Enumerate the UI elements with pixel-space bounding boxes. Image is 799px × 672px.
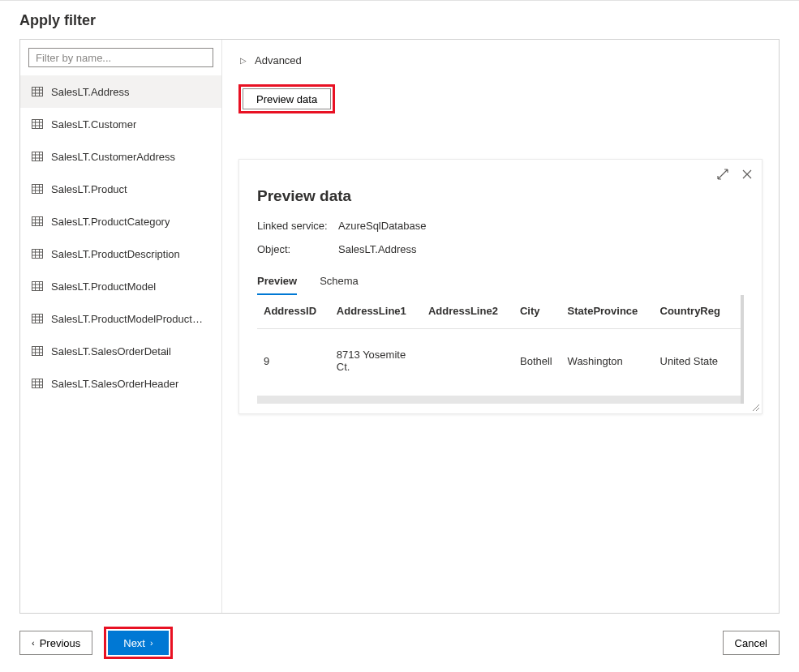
meta-label: Linked service: (257, 220, 338, 232)
column-header[interactable]: StateProvince (568, 295, 660, 329)
table-row: 98713 Yosemite Ct.BothellWashingtonUnite… (257, 329, 741, 393)
table-icon (32, 281, 43, 291)
chevron-right-icon: ▷ (240, 56, 247, 65)
chevron-right-icon: › (150, 638, 153, 648)
table-cell: United State (660, 329, 741, 393)
table-cell: 8713 Yosemite Ct. (337, 329, 428, 393)
list-item-label: SalesLT.Address (51, 86, 130, 98)
svg-rect-4 (32, 217, 43, 226)
meta-value: SalesLT.Address (338, 243, 417, 255)
table-icon (32, 314, 43, 323)
table-icon (32, 379, 43, 388)
table-list: SalesLT.AddressSalesLT.CustomerSalesLT.C… (20, 72, 221, 400)
column-header[interactable]: AddressLine1 (337, 295, 428, 329)
list-item-label: SalesLT.ProductModel (51, 280, 156, 293)
list-item[interactable]: SalesLT.Product (20, 173, 221, 205)
list-item[interactable]: SalesLT.ProductDescription (20, 238, 221, 270)
meta-value: AzureSqlDatabase (338, 220, 426, 232)
list-item[interactable]: SalesLT.Customer (20, 108, 221, 140)
preview-button-highlight: Preview data (238, 84, 335, 113)
list-item-label: SalesLT.ProductDescription (51, 248, 180, 260)
previous-button[interactable]: ‹ Previous (19, 631, 92, 655)
table-cell: Bothell (520, 329, 568, 393)
svg-rect-5 (32, 250, 43, 259)
footer: ‹ Previous Next › Cancel (0, 627, 799, 672)
meta-row: Linked service:AzureSqlDatabase (257, 220, 744, 232)
list-item[interactable]: SalesLT.ProductModel (20, 270, 221, 302)
column-header[interactable]: AddressLine2 (428, 295, 520, 329)
table-icon (32, 152, 43, 161)
list-item[interactable]: SalesLT.SalesOrderHeader (20, 367, 221, 400)
svg-rect-3 (32, 185, 43, 194)
table-icon (32, 119, 43, 129)
table-cell: Washington (568, 329, 660, 393)
list-item-label: SalesLT.CustomerAddress (51, 151, 175, 163)
cancel-button[interactable]: Cancel (723, 631, 780, 655)
svg-rect-6 (32, 282, 43, 291)
table-icon (32, 216, 43, 226)
list-item[interactable]: SalesLT.ProductCategory (20, 205, 221, 238)
svg-rect-2 (32, 152, 43, 161)
list-item-label: SalesLT.SalesOrderHeader (51, 378, 178, 390)
list-item-label: SalesLT.ProductCategory (51, 216, 170, 228)
sidebar: SalesLT.AddressSalesLT.CustomerSalesLT.C… (20, 40, 222, 613)
chevron-left-icon: ‹ (32, 638, 35, 648)
table-cell (428, 329, 520, 393)
page-title: Apply filter (19, 12, 780, 29)
tab-strip: PreviewSchema (257, 270, 744, 295)
svg-rect-7 (32, 315, 43, 323)
panel-title: Preview data (257, 187, 744, 205)
previous-label: Previous (40, 637, 81, 649)
next-label: Next (123, 637, 145, 649)
advanced-label: Advanced (255, 54, 302, 66)
list-item-label: SalesLT.ProductModelProductDe... (51, 313, 210, 325)
svg-rect-9 (32, 379, 43, 388)
svg-rect-1 (32, 120, 43, 129)
list-item[interactable]: SalesLT.CustomerAddress (20, 140, 221, 173)
svg-rect-8 (32, 347, 43, 356)
list-item-label: SalesLT.Customer (51, 118, 136, 131)
table-icon (32, 184, 43, 194)
list-item[interactable]: SalesLT.SalesOrderDetail (20, 335, 221, 367)
column-header[interactable]: AddressID (257, 295, 337, 329)
svg-rect-0 (32, 88, 43, 96)
preview-data-button[interactable]: Preview data (243, 88, 331, 109)
meta-row: Object:SalesLT.Address (257, 243, 744, 255)
list-item-label: SalesLT.Product (51, 183, 127, 195)
list-item[interactable]: SalesLT.ProductModelProductDe... (20, 302, 221, 335)
preview-table: AddressIDAddressLine1AddressLine2CitySta… (257, 295, 741, 392)
tab-preview[interactable]: Preview (257, 270, 297, 295)
main-area: ▷ Advanced Preview data Preview data (222, 40, 779, 613)
data-table-wrap: AddressIDAddressLine1AddressLine2CitySta… (257, 295, 744, 404)
list-item-label: SalesLT.SalesOrderDetail (51, 345, 171, 357)
preview-panel: Preview data Linked service:AzureSqlData… (238, 159, 762, 414)
table-icon (32, 87, 43, 96)
next-button[interactable]: Next › (108, 631, 168, 655)
meta-label: Object: (257, 243, 338, 255)
table-icon (32, 346, 43, 356)
column-header[interactable]: CountryReg (660, 295, 741, 329)
filter-input[interactable] (28, 48, 213, 67)
advanced-toggle[interactable]: ▷ Advanced (238, 54, 762, 84)
table-cell: 9 (257, 329, 337, 393)
content-panel: SalesLT.AddressSalesLT.CustomerSalesLT.C… (19, 39, 780, 614)
horizontal-scrollbar[interactable] (257, 396, 741, 404)
list-item[interactable]: SalesLT.Address (20, 75, 221, 108)
table-icon (32, 249, 43, 259)
tab-schema[interactable]: Schema (320, 270, 359, 295)
next-button-highlight: Next › (104, 627, 172, 659)
resize-handle-icon[interactable] (750, 402, 760, 412)
expand-icon[interactable] (716, 168, 729, 181)
close-icon[interactable] (741, 168, 754, 181)
column-header[interactable]: City (520, 295, 568, 329)
